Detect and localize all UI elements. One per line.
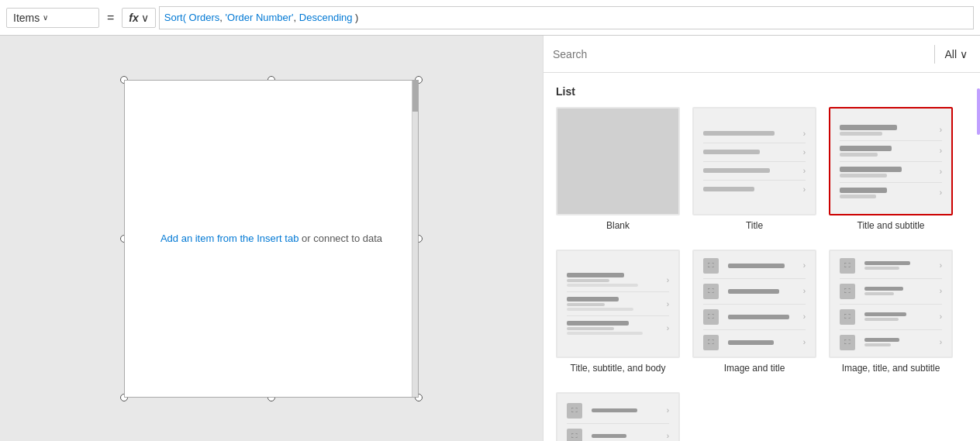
its-preview: ⛶ › ⛶ <box>830 251 951 357</box>
blank-preview <box>557 109 678 214</box>
connect-data-text: or connect to data <box>298 233 382 244</box>
img-placeholder-2: ⛶ <box>703 284 719 299</box>
tsb-thumbnail: › › <box>556 250 680 358</box>
search-input[interactable] <box>553 48 928 60</box>
ts-row-1: › <box>840 120 942 141</box>
search-bar: All ∨ <box>543 36 980 73</box>
formula-sort: Sort( <box>164 12 186 23</box>
main-area: ✎ Add an item from the Insert tab or con… <box>0 36 980 441</box>
img-placeholder-3: ⛶ <box>703 309 719 325</box>
title-row-2: › <box>703 143 806 162</box>
tsb-preview: › › <box>557 251 678 357</box>
gallery-item-blank[interactable]: Blank <box>556 107 680 231</box>
gallery-grid-2: › › <box>556 250 968 374</box>
title-row-3: › <box>703 162 806 181</box>
ts-row-4: › <box>840 183 942 203</box>
title-subtitle-preview: › › <box>830 109 951 214</box>
its-label: Image, title, and subtitle <box>842 363 940 374</box>
partial-img-2: ⛶ <box>567 429 582 442</box>
chevron-down-icon: ∨ <box>43 13 48 22</box>
partial-thumbnail: ⛶ › ⛶ › <box>556 392 680 441</box>
tsb-row-1: › <box>567 268 669 292</box>
img-placeholder-4: ⛶ <box>703 335 719 350</box>
formula-descending: Descending <box>299 12 353 23</box>
top-bar: Items ∨ = fx ∨ Sort( Orders , 'Order Num… <box>0 0 980 36</box>
its-row-3: ⛶ › <box>840 305 942 330</box>
blank-thumbnail <box>556 107 680 215</box>
formula-comma2: , <box>294 12 299 23</box>
title-thumbnail: › › › › <box>692 107 816 215</box>
canvas-box: Add an item from the Insert tab or conne… <box>124 80 419 398</box>
partial-img-1: ⛶ <box>567 403 582 419</box>
its-img-4: ⛶ <box>840 335 855 350</box>
ts-row-2: › <box>840 141 942 162</box>
image-title-preview: ⛶ › ⛶ › ⛶ <box>694 251 815 357</box>
tsb-label: Title, subtitle, and body <box>571 363 666 374</box>
it-row-2: ⛶ › <box>703 279 806 305</box>
right-panel: All ∨ List Blank <box>543 36 980 441</box>
its-row-2: ⛶ › <box>840 279 942 305</box>
partial-row-1: ⛶ › <box>567 398 669 424</box>
canvas-scrollbar[interactable] <box>412 81 418 397</box>
canvas-container: ✎ Add an item from the Insert tab or con… <box>116 72 426 405</box>
blank-label: Blank <box>606 220 630 231</box>
gallery-item-title-subtitle[interactable]: › › <box>829 107 953 231</box>
its-img-1: ⛶ <box>840 258 855 274</box>
items-label: Items <box>13 12 40 24</box>
it-row-4: ⛶ › <box>703 330 806 355</box>
panel-scrollbar[interactable] <box>977 73 980 441</box>
formula-orders: Orders <box>189 12 220 23</box>
title-preview: › › › › <box>694 109 815 214</box>
tsb-row-2: › <box>567 292 669 316</box>
fx-icon: fx <box>129 12 138 24</box>
img-placeholder-1: ⛶ <box>703 258 719 274</box>
chevron-down-icon: ∨ <box>960 48 968 60</box>
filter-dropdown[interactable]: All ∨ <box>941 45 971 64</box>
section-title: List <box>556 85 968 98</box>
its-img-2: ⛶ <box>840 284 855 299</box>
gallery-item-tsb[interactable]: › › <box>556 250 680 374</box>
formula-comma1: , <box>219 12 225 23</box>
canvas-area: ✎ Add an item from the Insert tab or con… <box>0 36 543 441</box>
formula-bar[interactable]: Sort( Orders , 'Order Number' , Descendi… <box>159 6 974 29</box>
search-divider <box>934 45 935 64</box>
image-title-thumbnail: ⛶ › ⛶ › ⛶ <box>692 250 816 358</box>
it-row-1: ⛶ › <box>703 253 806 279</box>
partial-row-2: ⛶ › <box>567 424 669 442</box>
insert-tab-link[interactable]: Add an item from the Insert tab <box>160 233 298 244</box>
chevron-down-icon: ∨ <box>141 12 149 24</box>
gallery-item-image-title[interactable]: ⛶ › ⛶ › ⛶ <box>692 250 816 374</box>
canvas-scrollbar-thumb <box>412 81 419 112</box>
its-row-4: ⛶ › <box>840 330 942 355</box>
filter-label: All <box>944 48 957 60</box>
canvas-instruction: Add an item from the Insert tab or conne… <box>160 233 382 244</box>
its-img-3: ⛶ <box>840 309 855 325</box>
fx-button[interactable]: fx ∨ <box>122 8 155 28</box>
gallery-grid-3: ⛶ › ⛶ › <box>556 392 968 441</box>
title-subtitle-label: Title and subtitle <box>858 220 925 231</box>
title-row-1: › <box>703 125 806 143</box>
gallery-item-image-title-subtitle[interactable]: ⛶ › ⛶ <box>829 250 953 374</box>
equals-sign: = <box>102 11 119 25</box>
formula-order-number: 'Order Number' <box>226 12 294 23</box>
gallery-item-partial[interactable]: ⛶ › ⛶ › <box>556 392 680 441</box>
its-thumbnail: ⛶ › ⛶ <box>829 250 953 358</box>
it-row-3: ⛶ › <box>703 305 806 330</box>
title-subtitle-thumbnail: › › <box>829 107 953 215</box>
gallery-grid: Blank › › <box>556 107 968 231</box>
scrollbar-thumb <box>977 88 980 135</box>
image-title-label: Image and title <box>724 363 785 374</box>
title-row-4: › <box>703 181 806 198</box>
gallery-item-title[interactable]: › › › › <box>692 107 816 231</box>
ts-row-3: › <box>840 162 942 183</box>
items-dropdown[interactable]: Items ∨ <box>6 8 99 28</box>
gallery-area: List Blank › <box>543 73 980 441</box>
title-label: Title <box>746 220 763 231</box>
tsb-row-3: › <box>567 316 669 339</box>
formula-close: ) <box>353 12 359 23</box>
its-row-1: ⛶ › <box>840 253 942 279</box>
partial-preview: ⛶ › ⛶ › <box>557 394 678 441</box>
